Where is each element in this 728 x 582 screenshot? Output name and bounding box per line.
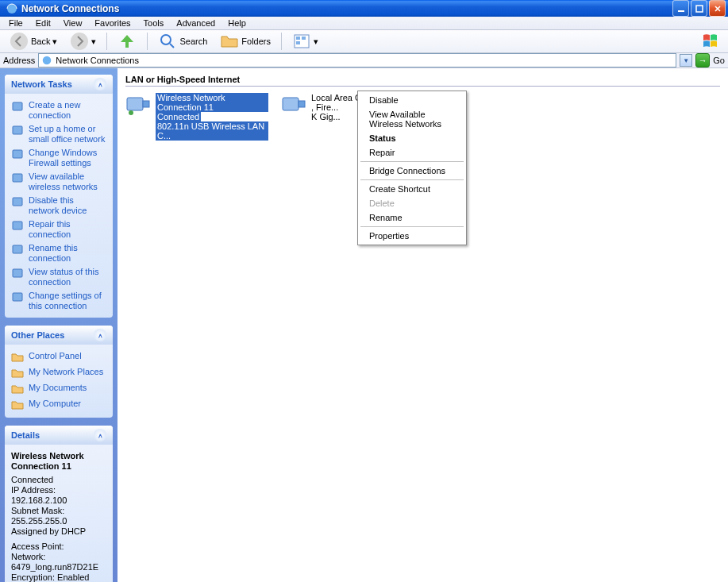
task-icon: [11, 219, 24, 232]
toolbar-separator: [106, 33, 107, 50]
network-tasks-header[interactable]: Network Tasks ʌ: [5, 75, 113, 94]
task-link[interactable]: Change Windows Firewall settings: [11, 146, 106, 170]
svg-point-3: [10, 33, 28, 50]
svg-rect-7: [296, 37, 300, 40]
toolbar-separator: [147, 33, 148, 50]
menu-tools[interactable]: Tools: [138, 17, 170, 29]
folder-icon: [11, 367, 24, 380]
maximize-button[interactable]: [691, 0, 707, 17]
task-label: View available wireless networks: [29, 172, 106, 192]
task-link[interactable]: Repair this connection: [11, 218, 106, 241]
svg-point-5: [161, 35, 171, 44]
context-menu: DisableView Available Wireless NetworksS…: [357, 91, 467, 245]
svg-rect-17: [13, 245, 22, 253]
task-link[interactable]: Set up a home or small office network: [11, 122, 106, 146]
search-button[interactable]: Search: [153, 30, 212, 52]
place-link[interactable]: My Computer: [11, 397, 106, 413]
network-adapter-icon: [125, 93, 151, 118]
task-link[interactable]: Create a new connection: [11, 98, 106, 122]
place-label: My Computer: [29, 399, 81, 409]
menu-view[interactable]: View: [58, 17, 88, 29]
close-button[interactable]: [709, 0, 726, 17]
task-link[interactable]: Disable this network device: [11, 194, 106, 218]
task-link[interactable]: View status of this connection: [11, 265, 106, 289]
task-link[interactable]: Change settings of this connection: [11, 289, 106, 313]
menu-advanced[interactable]: Advanced: [171, 17, 221, 29]
menu-favorites[interactable]: Favorites: [89, 17, 136, 29]
other-places-header[interactable]: Other Places ʌ: [5, 326, 113, 345]
details-panel: Details ʌ Wireless Network Connection 11…: [5, 426, 113, 582]
details-net: Network: 6479_long.run87D21E: [11, 552, 106, 572]
sidebar: Network Tasks ʌ Create a new connectionS…: [0, 68, 117, 582]
conn-dev: 802.11n USB Wireless LAN C...: [156, 121, 268, 141]
task-label: Repair this connection: [29, 219, 106, 240]
panel-title: Other Places: [11, 330, 64, 340]
conn-dev: K Gig...: [311, 112, 341, 121]
task-icon: [11, 124, 24, 137]
collapse-icon: ʌ: [94, 329, 106, 341]
toolbar-separator: [281, 33, 282, 50]
context-menu-item[interactable]: Status: [360, 131, 464, 145]
folders-button[interactable]: Folders: [215, 30, 275, 52]
views-dropdown-icon: ▾: [314, 37, 318, 47]
task-link[interactable]: View available wireless networks: [11, 170, 106, 194]
back-button[interactable]: Back ▾: [5, 30, 62, 52]
task-label: Change Windows Firewall settings: [29, 148, 106, 168]
svg-point-10: [43, 56, 52, 65]
details-mask: Subnet Mask: 255.255.255.0: [11, 506, 106, 526]
context-menu-item: Delete: [360, 196, 464, 210]
menu-file[interactable]: File: [3, 17, 29, 29]
menu-edit[interactable]: Edit: [30, 17, 56, 29]
task-link[interactable]: Rename this connection: [11, 241, 106, 265]
svg-rect-12: [13, 126, 22, 134]
menu-help[interactable]: Help: [222, 17, 252, 29]
views-button[interactable]: ▾: [287, 30, 323, 52]
task-icon: [11, 243, 24, 256]
context-menu-item[interactable]: Properties: [360, 229, 464, 243]
forward-icon: [70, 32, 89, 51]
context-menu-item[interactable]: Repair: [360, 145, 464, 160]
place-link[interactable]: Control Panel: [11, 349, 106, 365]
place-link[interactable]: My Documents: [11, 381, 106, 397]
context-menu-item[interactable]: Rename: [360, 210, 464, 225]
other-places-panel: Other Places ʌ Control PanelMy Network P…: [5, 326, 113, 418]
folder-icon: [11, 351, 24, 364]
svg-rect-24: [299, 101, 305, 107]
address-label: Address: [3, 56, 35, 65]
windows-flag-icon: [701, 32, 720, 51]
forward-button[interactable]: ▾: [65, 30, 101, 52]
toolbar: Back ▾ ▾ Search Folders ▾: [0, 30, 728, 53]
connection-item-wireless[interactable]: Wireless Network Connection 11 Connected…: [125, 93, 268, 141]
address-dropdown[interactable]: ▼: [680, 54, 692, 67]
task-icon: [11, 267, 24, 279]
details-header[interactable]: Details ʌ: [5, 426, 113, 445]
task-icon: [11, 172, 24, 184]
address-value: Network Connections: [56, 56, 139, 65]
folders-label: Folders: [241, 37, 271, 46]
svg-rect-18: [13, 269, 22, 277]
group-header: LAN or High-Speed Internet: [125, 75, 720, 87]
place-link[interactable]: My Network Places: [11, 365, 106, 381]
task-label: Disable this network device: [29, 195, 106, 216]
svg-rect-2: [696, 6, 703, 12]
svg-rect-9: [296, 41, 300, 44]
address-input[interactable]: Network Connections: [38, 53, 676, 67]
back-dropdown-icon: ▾: [52, 37, 57, 47]
chevron-down-icon: ▼: [683, 57, 689, 64]
place-label: My Network Places: [29, 367, 103, 377]
menubar: File Edit View Favorites Tools Advanced …: [0, 17, 728, 30]
svg-rect-21: [143, 101, 149, 107]
context-menu-item[interactable]: Create Shortcut: [360, 182, 464, 196]
go-button[interactable]: →: [695, 53, 710, 67]
minimize-button[interactable]: [672, 0, 689, 17]
details-ap: Access Point:: [11, 542, 106, 552]
context-menu-item[interactable]: Disable: [360, 93, 464, 107]
collapse-icon: ʌ: [94, 78, 106, 91]
svg-rect-20: [127, 98, 143, 110]
context-menu-item[interactable]: View Available Wireless Networks: [360, 107, 464, 131]
svg-rect-1: [678, 10, 684, 12]
task-icon: [11, 100, 24, 113]
context-menu-item[interactable]: Bridge Connections: [360, 164, 464, 178]
task-label: Set up a home or small office network: [29, 124, 106, 145]
up-button[interactable]: [113, 30, 141, 52]
